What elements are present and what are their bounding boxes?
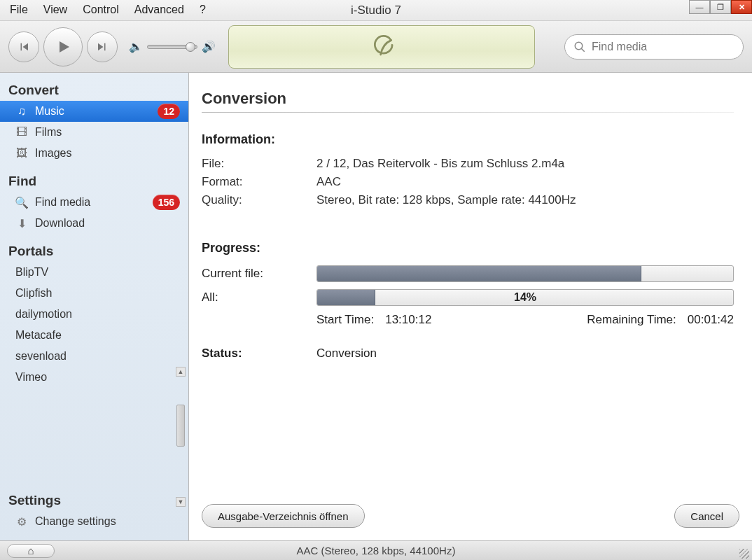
search-input[interactable] xyxy=(592,41,734,53)
menu-control[interactable]: Control xyxy=(83,4,119,16)
sidebar-scrollbar[interactable]: ▲ ▼ xyxy=(176,367,186,507)
info-label: File: xyxy=(202,157,316,171)
film-icon: 🎞 xyxy=(15,126,28,139)
sidebar-item-label: Vimeo xyxy=(15,371,47,384)
sidebar-item-label: BlipTV xyxy=(15,266,48,279)
title-bar: File View Control Advanced ? i-Studio 7 xyxy=(0,0,752,21)
sidebar-item-films[interactable]: 🎞 Films xyxy=(0,122,188,143)
divider xyxy=(202,112,734,113)
volume-slider-thumb[interactable] xyxy=(186,42,195,52)
content-pane: Conversion Information: File: 2 / 12, Da… xyxy=(189,73,752,540)
progress-times: Start Time: 13:10:12 Remaining Time: 00:… xyxy=(316,313,734,327)
now-playing-display xyxy=(228,25,535,69)
close-button[interactable] xyxy=(731,0,752,14)
sidebar-item-clipfish[interactable]: Clipfish xyxy=(0,283,188,304)
sidebar-item-label: dailymotion xyxy=(15,308,72,321)
image-icon: 🖼 xyxy=(15,147,28,160)
next-button[interactable] xyxy=(87,31,118,62)
progress-label: Current file: xyxy=(202,267,316,281)
sidebar-item-dailymotion[interactable]: dailymotion xyxy=(0,304,188,325)
progress-bar-all: 14% xyxy=(316,289,734,306)
scroll-down-icon[interactable]: ▼ xyxy=(176,497,186,507)
sidebar-item-download[interactable]: ⬇ Download xyxy=(0,213,188,234)
play-button[interactable] xyxy=(43,27,83,66)
sidebar-item-label: Find media xyxy=(35,196,90,209)
menu-advanced[interactable]: Advanced xyxy=(134,4,184,16)
info-value: 2 / 12, Das Reitervolk - Bis zum Schluss… xyxy=(316,157,564,171)
download-icon: ⬇ xyxy=(15,217,28,230)
gear-icon: ⚙ xyxy=(15,515,28,528)
main-area: Convert ♫ Music 12 🎞 Films 🖼 Images Find… xyxy=(0,73,752,540)
skip-back-icon xyxy=(18,41,30,53)
minimize-button[interactable] xyxy=(689,0,710,14)
open-output-dir-button[interactable]: Ausgabe-Verzeichnis öffnen xyxy=(202,504,365,528)
info-row-format: Format: AAC xyxy=(202,175,734,189)
menu-help[interactable]: ? xyxy=(200,4,206,16)
menu-file[interactable]: File xyxy=(10,4,28,16)
sidebar-item-label: Films xyxy=(35,126,62,139)
sidebar-item-metacafe[interactable]: Metacafe xyxy=(0,325,188,346)
window-controls xyxy=(689,0,752,14)
info-row-quality: Quality: Stereo, Bit rate: 128 kbps, Sam… xyxy=(202,193,734,207)
progress-row-all: All: 14% xyxy=(202,289,734,306)
status-label: Status: xyxy=(202,346,316,360)
svg-line-1 xyxy=(581,48,585,52)
info-value: Stereo, Bit rate: 128 kbps, Sample rate:… xyxy=(316,193,576,207)
portals-list: BlipTV Clipfish dailymotion Metacafe sev… xyxy=(0,262,188,388)
menu-bar: File View Control Advanced ? xyxy=(0,0,752,20)
search-icon xyxy=(573,41,586,53)
status-bar: ⌂ AAC (Stereo, 128 kbps, 44100Hz) xyxy=(0,540,752,560)
page-title: Conversion xyxy=(202,90,734,108)
play-icon xyxy=(55,38,71,55)
toolbar: 🔈 🔊 xyxy=(0,21,752,73)
app-logo-icon xyxy=(366,34,397,59)
cancel-button[interactable]: Cancel xyxy=(674,504,739,528)
skip-forward-icon xyxy=(96,41,109,53)
svg-point-0 xyxy=(575,42,583,50)
sidebar-section-settings: Settings xyxy=(0,483,188,511)
status-row: Status: Conversion xyxy=(202,346,734,360)
search-icon: 🔍 xyxy=(15,196,28,209)
sidebar-item-bliptv[interactable]: BlipTV xyxy=(0,262,188,283)
search-box[interactable] xyxy=(564,34,744,59)
information-heading: Information: xyxy=(202,132,734,147)
progress-section: Progress: Current file: All: 14% Start T… xyxy=(202,241,734,327)
previous-button[interactable] xyxy=(8,31,39,62)
sidebar-item-sevenload[interactable]: sevenload xyxy=(0,346,188,367)
music-icon: ♫ xyxy=(15,105,28,118)
sidebar-item-label: Change settings xyxy=(35,515,116,528)
sidebar-item-find-media[interactable]: 🔍 Find media 156 xyxy=(0,192,188,213)
sidebar-item-vimeo[interactable]: Vimeo xyxy=(0,367,188,388)
progress-bar-current xyxy=(316,265,734,282)
status-value: Conversion xyxy=(316,346,377,360)
sidebar-item-music[interactable]: ♫ Music 12 xyxy=(0,101,188,122)
sidebar: Convert ♫ Music 12 🎞 Films 🖼 Images Find… xyxy=(0,73,189,540)
scroll-up-icon[interactable]: ▲ xyxy=(176,367,186,377)
start-time-value: 13:10:12 xyxy=(385,313,431,327)
speaker-low-icon: 🔈 xyxy=(129,40,143,53)
scroll-thumb[interactable] xyxy=(176,405,185,447)
volume-slider-track[interactable] xyxy=(147,45,197,49)
sidebar-section-portals: Portals xyxy=(0,234,188,262)
speaker-high-icon: 🔊 xyxy=(202,40,216,53)
resize-grip[interactable] xyxy=(739,549,749,559)
volume-control[interactable]: 🔈 🔊 xyxy=(129,40,216,53)
info-row-file: File: 2 / 12, Das Reitervolk - Bis zum S… xyxy=(202,157,734,171)
sidebar-item-label: Music xyxy=(35,105,64,118)
progress-heading: Progress: xyxy=(202,241,734,255)
progress-label: All: xyxy=(202,290,316,304)
sidebar-item-label: Images xyxy=(35,147,71,160)
playback-controls xyxy=(8,27,118,66)
remaining-time-label: Remaining Time: xyxy=(587,313,676,327)
info-value: AAC xyxy=(316,175,341,189)
badge-count: 12 xyxy=(158,104,180,119)
maximize-button[interactable] xyxy=(710,0,731,14)
sidebar-item-images[interactable]: 🖼 Images xyxy=(0,143,188,164)
sidebar-item-label: sevenload xyxy=(15,350,67,363)
sidebar-item-label: Clipfish xyxy=(15,287,52,300)
sidebar-item-change-settings[interactable]: ⚙ Change settings xyxy=(0,511,188,532)
sidebar-item-label: Download xyxy=(35,217,85,230)
sidebar-section-find: Find xyxy=(0,164,188,192)
menu-view[interactable]: View xyxy=(43,4,67,16)
status-bar-text: AAC (Stereo, 128 kbps, 44100Hz) xyxy=(0,545,752,556)
